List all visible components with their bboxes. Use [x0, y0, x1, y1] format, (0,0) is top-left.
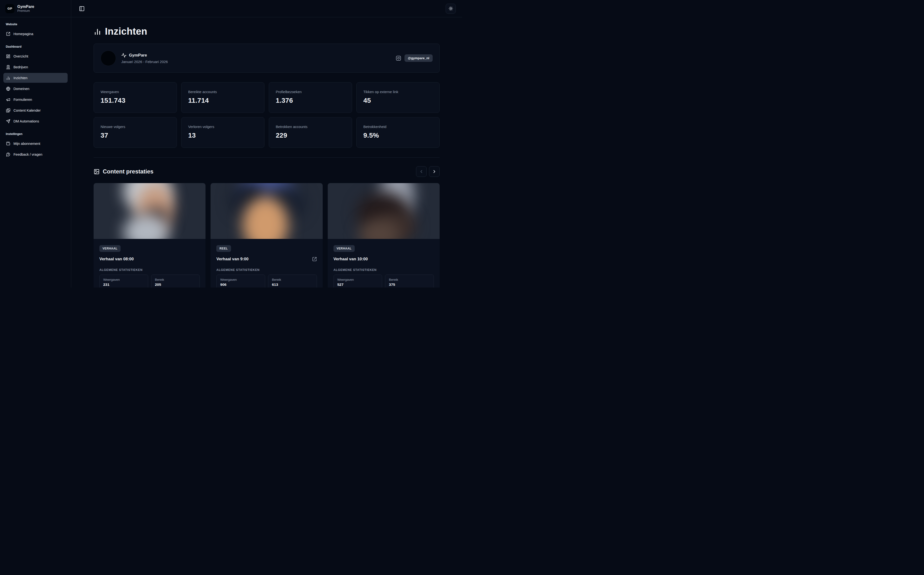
globe-icon — [6, 87, 10, 91]
sidebar-item-inzichten[interactable]: Inzichten — [3, 73, 68, 83]
general-stats-label: ALGEMENE STATISTIEKEN — [99, 268, 200, 272]
stat-value: 229 — [276, 132, 345, 139]
story-thumbnail — [94, 183, 205, 239]
mini-stat-value: 527 — [337, 283, 378, 287]
instagram-handle-badge[interactable]: @gympare_nl — [405, 54, 433, 62]
content-prestaties-section: Content prestaties — [94, 166, 440, 288]
stat-label: Nieuwe volgers — [101, 125, 170, 129]
sidebar-item-overzicht[interactable]: Overzicht — [3, 51, 68, 61]
stat-label: Weergaven — [101, 90, 170, 94]
brand-plan: Premium — [17, 9, 34, 13]
page-title-row: Inzichten — [94, 26, 440, 37]
theme-toggle-button[interactable] — [446, 3, 456, 14]
building-icon — [6, 65, 10, 69]
chevron-left-icon — [419, 169, 424, 174]
stat-value: 9.5% — [364, 132, 433, 139]
top-bar — [71, 0, 462, 17]
main-content: Inzichten GymPare Januari 2026 - Februar… — [71, 17, 462, 288]
wallet-icon — [6, 141, 10, 146]
content-card-verhaal-0900[interactable]: REEL Verhaal van 9:00 ALGEMENE STATISTIE… — [211, 183, 322, 288]
sidebar-item-mijn-abonnement[interactable]: Mijn abonnement — [3, 138, 68, 148]
profile-period: Januari 2026 - Februari 2026 — [121, 60, 396, 64]
content-type-badge: VERHAAL — [99, 245, 121, 252]
sidebar-item-feedback-vragen[interactable]: Feedback / vragen — [3, 149, 68, 159]
mini-stat-weergaven: Weergaven 231 — [99, 275, 148, 288]
sidebar-item-content-kalender[interactable]: Content Kalender — [3, 105, 68, 115]
stat-value: 11.714 — [188, 97, 257, 105]
brand-header: GP GymPare Premium — [0, 0, 71, 17]
mini-stat-weergaven: Weergaven 906 — [216, 275, 265, 288]
content-cards: VERHAAL Verhaal van 08:00 ALGEMENE STATI… — [94, 183, 440, 288]
brand-name: GymPare — [17, 4, 34, 9]
images-icon — [6, 108, 10, 113]
mini-stat-label: Bereik — [389, 278, 430, 281]
bar-chart-icon — [6, 76, 10, 80]
instagram-icon — [396, 56, 401, 61]
content-card-title: Verhaal van 08:00 — [99, 257, 134, 262]
story-thumbnail — [328, 183, 440, 239]
chevron-right-icon — [432, 169, 437, 174]
stat-label: Tikken op externe link — [364, 90, 433, 94]
stat-card-verloren-volgers: Verloren volgers 13 — [181, 117, 264, 148]
bar-chart-icon — [94, 28, 101, 35]
reel-thumbnail — [211, 183, 322, 239]
stat-card-tikken-externe-link: Tikken op externe link 45 — [356, 82, 440, 113]
sidebar-item-label: Formulieren — [13, 98, 32, 102]
brand-logo: GP — [5, 4, 14, 13]
content-type-badge: REEL — [216, 245, 231, 252]
carousel-prev-button[interactable] — [416, 166, 427, 177]
sidebar-item-label: Overzicht — [13, 54, 28, 58]
mini-stat-value: 613 — [272, 283, 313, 287]
page-title: Inzichten — [105, 26, 147, 37]
stat-label: Profielbezoeken — [276, 90, 345, 94]
activity-icon — [121, 53, 127, 58]
mini-stat-weergaven: Weergaven 527 — [333, 275, 383, 288]
mini-stat-value: 906 — [220, 283, 261, 287]
general-stats-label: ALGEMENE STATISTIEKEN — [216, 268, 317, 272]
carousel-next-button[interactable] — [429, 166, 440, 177]
mini-stat-label: Weergaven — [103, 278, 144, 281]
external-link-icon[interactable] — [312, 257, 317, 262]
sidebar-toggle-button[interactable] — [78, 4, 86, 13]
mini-stat-label: Bereik — [272, 278, 313, 281]
sidebar-item-bedrijven[interactable]: Bedrijven — [3, 62, 68, 72]
stats-grid: Weergaven 151.743 Bereikte accounts 11.7… — [94, 82, 440, 148]
mini-stat-value: 375 — [389, 283, 430, 287]
content-card-verhaal-0800[interactable]: VERHAAL Verhaal van 08:00 ALGEMENE STATI… — [94, 183, 205, 288]
content-section-title: Content prestaties — [103, 168, 154, 175]
stat-value: 151.743 — [101, 97, 170, 105]
content-card-verhaal-1000[interactable]: VERHAAL Verhaal van 10:00 ALGEMENE STATI… — [328, 183, 440, 288]
sidebar-section-dashboard: Dashboard — [3, 45, 68, 48]
sidebar-item-domeinen[interactable]: Domeinen — [3, 84, 68, 94]
stat-label: Verloren volgers — [188, 125, 257, 129]
sidebar-item-homepagina[interactable]: Homepagina — [3, 29, 68, 39]
sidebar-item-label: DM Automations — [13, 119, 39, 123]
sidebar-item-formulieren[interactable]: Formulieren — [3, 95, 68, 105]
mini-stat-value: 231 — [103, 283, 144, 287]
stat-value: 13 — [188, 132, 257, 139]
mini-stat-bereik: Bereik 205 — [151, 275, 200, 288]
stat-card-betrokkenheid: Betrokkenheid 9.5% — [356, 117, 440, 148]
sidebar: Website Homepagina Dashboard Overzicht — [0, 17, 71, 288]
sidebar-item-dm-automations[interactable]: DM Automations — [3, 116, 68, 126]
stat-card-profielbezoeken: Profielbezoeken 1.376 — [269, 82, 352, 113]
sidebar-item-label: Feedback / vragen — [13, 152, 42, 156]
stat-value: 45 — [364, 97, 433, 105]
sidebar-item-label: Bedrijven — [13, 65, 28, 69]
content-card-title: Verhaal van 9:00 — [216, 257, 248, 262]
mini-stat-bereik: Bereik 613 — [268, 275, 317, 288]
mini-stat-label: Weergaven — [220, 278, 261, 281]
content-card-title: Verhaal van 10:00 — [333, 257, 368, 262]
panel-left-icon — [79, 6, 85, 11]
help-bubble-icon — [6, 152, 10, 157]
content-type-badge: VERHAAL — [333, 245, 355, 252]
stat-value: 37 — [101, 132, 170, 139]
external-link-icon — [6, 32, 10, 36]
image-icon — [94, 168, 100, 175]
sidebar-section-instellingen: Instellingen — [3, 132, 68, 136]
avatar — [101, 51, 116, 66]
mini-stat-value: 205 — [155, 283, 196, 287]
layout-grid-icon — [6, 54, 10, 59]
sidebar-item-label: Content Kalender — [13, 108, 41, 112]
mini-stat-bereik: Bereik 375 — [385, 275, 434, 288]
